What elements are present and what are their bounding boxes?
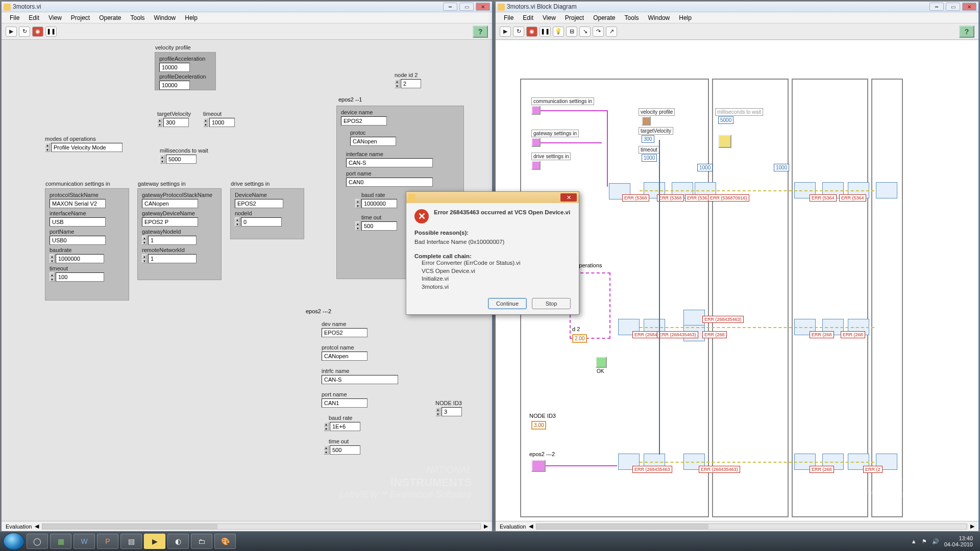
epos2-2-cluster[interactable]: dev name protcol name intrfc name port n… [305,318,446,509]
e1-protoc-input[interactable] [350,137,396,146]
devicename-input[interactable] [235,199,283,208]
step-out-button[interactable]: ↗ [606,27,617,37]
nodeid2-input[interactable] [401,79,421,88]
gateway-settings-cluster[interactable]: gateway settings in gatewayProtocolStack… [137,188,222,280]
continue-button[interactable]: Continue [488,298,527,309]
bd-constant[interactable]: 3.00 [531,421,546,430]
e1-baudrate-input[interactable] [361,199,397,208]
tray-volume-icon[interactable]: 🔊 [932,538,939,545]
bd-constant[interactable]: 1000 [697,164,713,171]
step-over-button[interactable]: ↷ [593,27,604,37]
close-button[interactable]: ✕ [560,193,577,202]
gw-nodeid-input[interactable] [148,236,197,245]
menu-project[interactable]: Project [67,13,94,22]
close-button[interactable]: ✕ [962,3,976,11]
run-cont-button[interactable]: ↻ [19,27,30,37]
menu-edit[interactable]: Edit [519,13,537,22]
spin-icon[interactable]: ▲▼ [235,217,240,227]
e1-interface-input[interactable] [346,158,433,167]
titlebar[interactable]: 3motors.vi ━ ▭ ✕ [2,2,492,12]
run-cont-button[interactable]: ↻ [513,27,524,37]
e1-devicename-input[interactable] [341,116,387,126]
menu-window[interactable]: Window [644,13,674,22]
e2-protcol-input[interactable] [322,352,368,361]
retain-wire-button[interactable]: ⊟ [566,27,577,37]
subvi-node[interactable] [876,182,897,198]
terminal-icon[interactable] [531,106,541,115]
nodeid-input[interactable] [241,217,282,227]
abort-button[interactable]: ◉ [32,27,43,37]
terminal-icon[interactable] [531,138,541,147]
timeout-input[interactable] [209,118,235,127]
baudrate-input[interactable] [56,254,104,263]
highlight-exec-button[interactable]: 💡 [553,27,564,37]
taskbar-word-icon[interactable]: W [74,534,95,549]
dialog-titlebar[interactable]: ✕ [406,192,579,203]
e2-baudrate-input[interactable] [330,422,360,431]
pause-button[interactable]: ❚❚ [540,27,551,37]
horizontal-scrollbar[interactable] [536,523,967,530]
spin-icon[interactable]: ▲▼ [142,254,147,263]
menu-view[interactable]: View [538,13,560,22]
drive-settings-cluster[interactable]: drive settings in DeviceName nodeId ▲▼ [230,188,304,239]
profile-acceleration-input[interactable] [159,63,190,72]
spin-icon[interactable]: ▲▼ [160,155,165,164]
taskbar-chrome-icon[interactable]: ◯ [27,534,48,549]
spin-icon[interactable]: ▲▼ [45,143,50,152]
maximize-button[interactable]: ▭ [459,3,474,11]
protocolstackname-input[interactable] [50,199,106,208]
target-velocity-input[interactable] [163,118,189,127]
terminal-icon[interactable] [531,460,546,472]
minimize-button[interactable]: ━ [929,3,944,11]
bd-constant[interactable]: 1000 [642,154,657,162]
system-tray[interactable]: ▲ ⚑ 🔊 13:40 04-04-2010 [911,535,977,547]
start-button[interactable] [3,533,24,550]
pause-button[interactable]: ❚❚ [45,27,57,37]
taskbar-labview-icon[interactable]: ▶ [144,534,165,549]
subvi-node[interactable] [683,310,705,326]
menu-window[interactable]: Window [150,13,180,22]
scroll-left-icon[interactable]: ◀ [529,523,533,530]
bd-constant[interactable]: 5000 [718,116,733,124]
context-help-icon[interactable]: ? [473,26,488,38]
modes-combo[interactable] [51,143,122,152]
terminal-icon[interactable] [531,161,541,170]
stop-button[interactable]: Stop [532,298,571,309]
e2-timeout-input[interactable] [330,445,360,455]
taskbar-explorer-icon[interactable]: 🗀 [191,534,212,549]
menu-operate[interactable]: Operate [589,13,619,22]
menu-view[interactable]: View [44,13,66,22]
taskbar-item[interactable]: ▤ [120,534,142,549]
sequence-frame[interactable] [792,79,868,517]
spin-icon[interactable]: ▲▼ [324,422,329,431]
menu-file[interactable]: File [500,13,518,22]
menu-tools[interactable]: Tools [621,13,643,22]
spin-icon[interactable]: ▲▼ [435,407,440,416]
spin-icon[interactable]: ▲▼ [50,254,55,263]
close-button[interactable]: ✕ [476,3,490,11]
remote-networkid-input[interactable] [148,254,197,263]
e2-devname-input[interactable] [322,328,368,337]
e1-timeout-input[interactable] [361,221,397,231]
gw-protocol-input[interactable] [142,199,198,208]
maximize-button[interactable]: ▭ [946,3,960,11]
comm-settings-cluster[interactable]: communication settings in protocolStackN… [45,188,129,300]
e1-portname-input[interactable] [346,178,433,187]
bd-constant[interactable]: 2.00 [572,334,587,343]
spin-icon[interactable]: ▲▼ [50,272,55,282]
menu-tools[interactable]: Tools [127,13,149,22]
context-help-icon[interactable]: ? [959,26,974,38]
e2-portname-input[interactable] [322,398,368,408]
spin-icon[interactable]: ▲▼ [324,445,329,455]
horizontal-scrollbar[interactable] [42,523,481,530]
menu-help[interactable]: Help [675,13,696,22]
tray-flag-icon[interactable]: ⚑ [922,538,927,545]
ms-wait-input[interactable] [166,155,197,164]
titlebar[interactable]: 3motors.vi Block Diagram ━ ▭ ✕ [496,2,978,12]
gw-device-input[interactable] [142,217,198,227]
run-button[interactable]: ▶ [6,27,17,37]
taskbar-item[interactable]: ◐ [167,534,189,549]
taskbar-paint-icon[interactable]: 🎨 [214,534,236,549]
scroll-left-icon[interactable]: ◀ [35,523,39,530]
spin-icon[interactable]: ▲▼ [355,221,360,231]
